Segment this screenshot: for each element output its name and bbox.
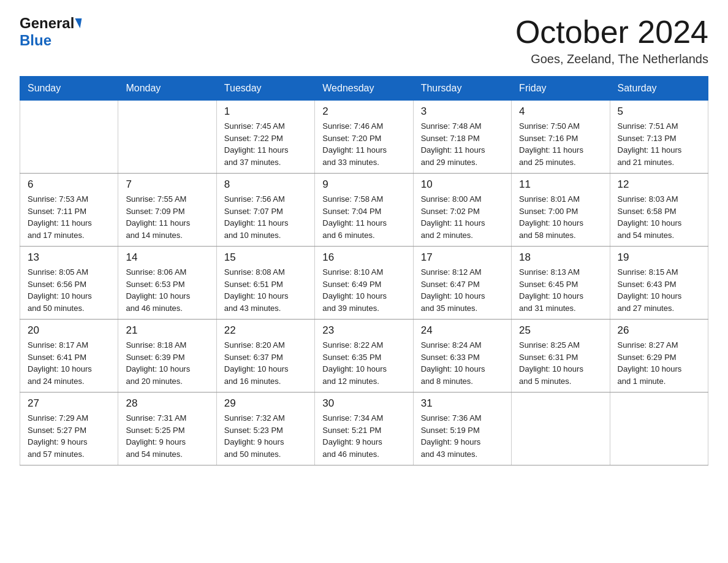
day-info: Sunrise: 7:31 AM Sunset: 5:25 PM Dayligh… [126, 412, 208, 460]
calendar-day-cell: 23Sunrise: 8:22 AM Sunset: 6:35 PM Dayli… [315, 320, 413, 393]
day-info: Sunrise: 7:29 AM Sunset: 5:27 PM Dayligh… [28, 412, 110, 460]
day-number: 14 [126, 251, 208, 264]
title-section: October 2024 Goes, Zeeland, The Netherla… [515, 15, 708, 66]
calendar-day-cell: 1Sunrise: 7:45 AM Sunset: 7:22 PM Daylig… [216, 101, 314, 174]
calendar-day-cell: 26Sunrise: 8:27 AM Sunset: 6:29 PM Dayli… [610, 320, 708, 393]
calendar-day-cell: 6Sunrise: 7:53 AM Sunset: 7:11 PM Daylig… [20, 174, 118, 247]
calendar-week-row: 20Sunrise: 8:17 AM Sunset: 6:41 PM Dayli… [20, 320, 708, 393]
calendar-day-cell: 4Sunrise: 7:50 AM Sunset: 7:16 PM Daylig… [512, 101, 610, 174]
day-number: 5 [618, 105, 700, 118]
calendar-day-cell: 25Sunrise: 8:25 AM Sunset: 6:31 PM Dayli… [512, 320, 610, 393]
day-number: 23 [322, 324, 405, 337]
day-info: Sunrise: 8:24 AM Sunset: 6:33 PM Dayligh… [421, 339, 504, 387]
day-info: Sunrise: 7:51 AM Sunset: 7:13 PM Dayligh… [618, 120, 700, 168]
day-number: 19 [618, 251, 700, 264]
day-info: Sunrise: 8:13 AM Sunset: 6:45 PM Dayligh… [519, 266, 602, 314]
calendar-week-row: 6Sunrise: 7:53 AM Sunset: 7:11 PM Daylig… [20, 174, 708, 247]
day-number: 25 [519, 324, 602, 337]
calendar-day-cell: 27Sunrise: 7:29 AM Sunset: 5:27 PM Dayli… [20, 393, 118, 465]
location-subtitle: Goes, Zeeland, The Netherlands [515, 52, 708, 66]
day-number: 30 [322, 397, 405, 410]
day-number: 22 [224, 324, 307, 337]
day-number: 18 [519, 251, 602, 264]
calendar-day-cell [512, 393, 610, 465]
calendar-day-header: Friday [512, 77, 610, 101]
month-year-title: October 2024 [515, 15, 708, 50]
day-info: Sunrise: 7:48 AM Sunset: 7:18 PM Dayligh… [421, 120, 504, 168]
day-info: Sunrise: 8:12 AM Sunset: 6:47 PM Dayligh… [421, 266, 504, 314]
calendar-week-row: 13Sunrise: 8:05 AM Sunset: 6:56 PM Dayli… [20, 247, 708, 320]
day-number: 15 [224, 251, 307, 264]
calendar-day-cell: 2Sunrise: 7:46 AM Sunset: 7:20 PM Daylig… [315, 101, 413, 174]
calendar-day-cell: 13Sunrise: 8:05 AM Sunset: 6:56 PM Dayli… [20, 247, 118, 320]
day-number: 11 [519, 178, 602, 191]
day-number: 12 [618, 178, 700, 191]
day-number: 9 [322, 178, 405, 191]
day-info: Sunrise: 7:55 AM Sunset: 7:09 PM Dayligh… [126, 193, 208, 241]
day-info: Sunrise: 8:18 AM Sunset: 6:39 PM Dayligh… [126, 339, 208, 387]
day-info: Sunrise: 8:15 AM Sunset: 6:43 PM Dayligh… [618, 266, 700, 314]
day-info: Sunrise: 8:05 AM Sunset: 6:56 PM Dayligh… [28, 266, 110, 314]
day-info: Sunrise: 7:53 AM Sunset: 7:11 PM Dayligh… [28, 193, 110, 241]
calendar-day-cell: 10Sunrise: 8:00 AM Sunset: 7:02 PM Dayli… [413, 174, 511, 247]
calendar-day-cell [610, 393, 708, 465]
day-info: Sunrise: 8:27 AM Sunset: 6:29 PM Dayligh… [618, 339, 700, 387]
logo-arrow-icon [74, 18, 82, 28]
day-info: Sunrise: 8:03 AM Sunset: 6:58 PM Dayligh… [618, 193, 700, 241]
day-number: 6 [28, 178, 110, 191]
day-info: Sunrise: 7:45 AM Sunset: 7:22 PM Dayligh… [224, 120, 307, 168]
calendar-day-cell: 22Sunrise: 8:20 AM Sunset: 6:37 PM Dayli… [216, 320, 314, 393]
calendar-day-cell: 9Sunrise: 7:58 AM Sunset: 7:04 PM Daylig… [315, 174, 413, 247]
calendar-day-cell: 14Sunrise: 8:06 AM Sunset: 6:53 PM Dayli… [118, 247, 216, 320]
day-info: Sunrise: 8:00 AM Sunset: 7:02 PM Dayligh… [421, 193, 504, 241]
calendar-day-cell: 7Sunrise: 7:55 AM Sunset: 7:09 PM Daylig… [118, 174, 216, 247]
day-info: Sunrise: 7:50 AM Sunset: 7:16 PM Dayligh… [519, 120, 602, 168]
calendar-day-cell: 19Sunrise: 8:15 AM Sunset: 6:43 PM Dayli… [610, 247, 708, 320]
calendar-day-cell: 15Sunrise: 8:08 AM Sunset: 6:51 PM Dayli… [216, 247, 314, 320]
calendar-day-header: Monday [118, 77, 216, 101]
day-info: Sunrise: 7:34 AM Sunset: 5:21 PM Dayligh… [322, 412, 405, 460]
day-number: 29 [224, 397, 307, 410]
day-number: 4 [519, 105, 602, 118]
logo-blue-text: Blue [20, 32, 51, 48]
calendar-day-cell: 21Sunrise: 8:18 AM Sunset: 6:39 PM Dayli… [118, 320, 216, 393]
day-info: Sunrise: 7:32 AM Sunset: 5:23 PM Dayligh… [224, 412, 307, 460]
day-number: 31 [421, 397, 504, 410]
calendar-day-cell [20, 101, 118, 174]
day-number: 16 [322, 251, 405, 264]
calendar-day-header: Saturday [610, 77, 708, 101]
calendar-day-cell: 29Sunrise: 7:32 AM Sunset: 5:23 PM Dayli… [216, 393, 314, 465]
logo-general-text: General [20, 15, 74, 32]
calendar-week-row: 27Sunrise: 7:29 AM Sunset: 5:27 PM Dayli… [20, 393, 708, 465]
calendar-day-cell: 31Sunrise: 7:36 AM Sunset: 5:19 PM Dayli… [413, 393, 511, 465]
day-number: 24 [421, 324, 504, 337]
day-info: Sunrise: 7:58 AM Sunset: 7:04 PM Dayligh… [322, 193, 405, 241]
calendar-day-cell: 30Sunrise: 7:34 AM Sunset: 5:21 PM Dayli… [315, 393, 413, 465]
calendar-day-cell: 16Sunrise: 8:10 AM Sunset: 6:49 PM Dayli… [315, 247, 413, 320]
day-number: 2 [322, 105, 405, 118]
calendar-day-cell: 24Sunrise: 8:24 AM Sunset: 6:33 PM Dayli… [413, 320, 511, 393]
day-number: 8 [224, 178, 307, 191]
day-info: Sunrise: 8:22 AM Sunset: 6:35 PM Dayligh… [322, 339, 405, 387]
calendar-day-cell: 18Sunrise: 8:13 AM Sunset: 6:45 PM Dayli… [512, 247, 610, 320]
day-info: Sunrise: 8:10 AM Sunset: 6:49 PM Dayligh… [322, 266, 405, 314]
page-header: General Blue October 2024 Goes, Zeeland,… [20, 15, 708, 66]
day-info: Sunrise: 8:06 AM Sunset: 6:53 PM Dayligh… [126, 266, 208, 314]
calendar-day-cell: 3Sunrise: 7:48 AM Sunset: 7:18 PM Daylig… [413, 101, 511, 174]
calendar-day-cell: 17Sunrise: 8:12 AM Sunset: 6:47 PM Dayli… [413, 247, 511, 320]
day-number: 13 [28, 251, 110, 264]
calendar-day-cell: 11Sunrise: 8:01 AM Sunset: 7:00 PM Dayli… [512, 174, 610, 247]
calendar-day-header: Wednesday [315, 77, 413, 101]
day-number: 1 [224, 105, 307, 118]
calendar-day-cell: 5Sunrise: 7:51 AM Sunset: 7:13 PM Daylig… [610, 101, 708, 174]
calendar-day-cell: 8Sunrise: 7:56 AM Sunset: 7:07 PM Daylig… [216, 174, 314, 247]
calendar-header-row: SundayMondayTuesdayWednesdayThursdayFrid… [20, 77, 708, 101]
calendar-day-header: Tuesday [216, 77, 314, 101]
logo: General Blue [20, 15, 81, 49]
calendar-week-row: 1Sunrise: 7:45 AM Sunset: 7:22 PM Daylig… [20, 101, 708, 174]
day-info: Sunrise: 8:17 AM Sunset: 6:41 PM Dayligh… [28, 339, 110, 387]
day-info: Sunrise: 8:20 AM Sunset: 6:37 PM Dayligh… [224, 339, 307, 387]
day-info: Sunrise: 8:01 AM Sunset: 7:00 PM Dayligh… [519, 193, 602, 241]
calendar-day-cell: 12Sunrise: 8:03 AM Sunset: 6:58 PM Dayli… [610, 174, 708, 247]
day-number: 27 [28, 397, 110, 410]
